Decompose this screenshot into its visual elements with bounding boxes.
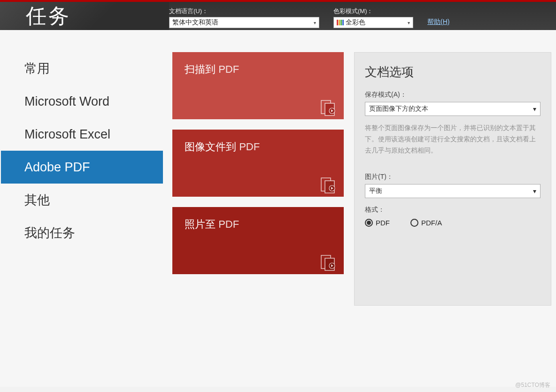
radio-pdf-label: PDF (376, 219, 390, 227)
card-column: 扫描到 PDF 图像文件到 PDF 照片至 PDF (163, 31, 344, 382)
title-container: 任务 (0, 2, 169, 30)
card-image-to-pdf[interactable]: 图像文件到 PDF (172, 130, 344, 197)
sidebar-item-label: Microsoft Word (24, 94, 109, 109)
radio-unselected-icon (410, 219, 418, 227)
pdf-doc-icon (319, 254, 340, 271)
watermark-text: @51CTO博客 (515, 381, 550, 389)
pdf-doc-icon (319, 177, 340, 194)
color-mode-value-wrap: 全彩色 (337, 18, 365, 27)
pdf-doc-icon (319, 100, 340, 116)
palette-icon (337, 20, 344, 25)
sidebar-item-other[interactable]: 其他 (1, 184, 163, 216)
sidebar-item-label: 其他 (24, 192, 50, 208)
color-mode-value: 全彩色 (346, 18, 365, 27)
save-mode-label: 保存模式(A)： (365, 91, 541, 99)
image-quality-select[interactable]: 平衡 ▾ (365, 184, 541, 198)
sidebar-item-excel[interactable]: Microsoft Excel (1, 118, 163, 151)
color-mode-label: 色彩模式(M)： (333, 7, 413, 15)
image-quality-label: 图片(T)： (365, 173, 541, 181)
language-field: 文档语言(U)： 繁体中文和英语 ▾ (169, 2, 319, 30)
radio-pdfa[interactable]: PDF/A (410, 219, 442, 227)
card-label: 图像文件到 PDF (185, 141, 260, 153)
card-photo-to-pdf[interactable]: 照片至 PDF (172, 207, 344, 274)
radio-pdfa-label: PDF/A (421, 219, 442, 227)
options-title: 文档选项 (365, 64, 541, 80)
sidebar-item-common[interactable]: 常用 (1, 52, 163, 85)
sidebar-item-word[interactable]: Microsoft Word (1, 85, 163, 118)
sidebar-item-label: 我的任务 (24, 224, 75, 241)
color-mode-field: 色彩模式(M)： 全彩色 ▾ (333, 2, 413, 30)
card-label: 扫描到 PDF (185, 63, 239, 75)
radio-selected-icon (365, 219, 373, 227)
sidebar-item-mytasks[interactable]: 我的任务 (1, 216, 163, 249)
help-link[interactable]: 帮助(H) (427, 18, 449, 30)
sidebar-item-label: Adobe PDF (24, 160, 90, 175)
save-mode-select[interactable]: 页面图像下方的文本 ▾ (365, 102, 541, 116)
sidebar-item-label: 常用 (24, 60, 50, 77)
language-label: 文档语言(U)： (169, 7, 319, 15)
language-dropdown[interactable]: 繁体中文和英语 ▾ (169, 17, 319, 28)
chevron-down-icon: ▾ (533, 105, 536, 113)
sidebar-item-label: Microsoft Excel (24, 127, 110, 142)
image-quality-value: 平衡 (369, 187, 382, 195)
sidebar: 常用 Microsoft Word Microsoft Excel Adobe … (1, 31, 163, 382)
format-label: 格式： (365, 206, 541, 214)
sidebar-item-pdf[interactable]: Adobe PDF (1, 151, 163, 184)
chevron-down-icon: ▾ (533, 187, 536, 195)
color-mode-dropdown[interactable]: 全彩色 ▾ (333, 17, 413, 28)
main-area: 常用 Microsoft Word Microsoft Excel Adobe … (0, 30, 556, 387)
chevron-down-icon: ▾ (408, 20, 410, 25)
chevron-down-icon: ▾ (314, 20, 316, 25)
top-bar: 任务 文档语言(U)： 繁体中文和英语 ▾ 色彩模式(M)： 全彩色 ▾ 帮助(… (0, 0, 556, 30)
save-mode-value: 页面图像下方的文本 (369, 105, 428, 113)
card-scan-to-pdf[interactable]: 扫描到 PDF (172, 52, 344, 119)
app-title: 任务 (26, 2, 71, 30)
radio-pdf[interactable]: PDF (365, 219, 390, 227)
language-value: 繁体中文和英语 (172, 18, 218, 27)
save-mode-description: 将整个页面图像保存为一个图片，并将已识别的文本置于其下。使用该选项创建可进行全文… (365, 123, 541, 156)
format-radio-group: PDF PDF/A (365, 219, 541, 227)
options-panel: 文档选项 保存模式(A)： 页面图像下方的文本 ▾ 将整个页面图像保存为一个图片… (354, 52, 551, 306)
card-label: 照片至 PDF (185, 218, 239, 230)
